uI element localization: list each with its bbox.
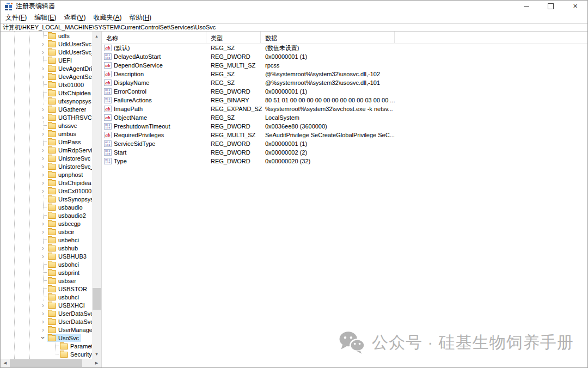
chevron-right-icon[interactable] (39, 146, 47, 154)
tree-item-usbuhci[interactable]: usbuhci (39, 293, 92, 301)
address-bar[interactable]: 计算机\HKEY_LOCAL_MACHINE\SYSTEM\CurrentCon… (1, 23, 587, 32)
tree-item-usbstor[interactable]: USBSTOR (39, 285, 92, 293)
tree-item-userdatasvc_[interactable]: UserDataSvc_ (39, 317, 92, 326)
tree-item-target[interactable]: UserDataSvc_ (47, 317, 92, 326)
table-row[interactable]: TypeREG_DWORD0x00000020 (32) (102, 157, 587, 165)
tree-horizontal-scrollbar[interactable]: ◀ ▶ (1, 359, 101, 367)
tree-item-usbaudio2[interactable]: usbaudio2 (39, 211, 92, 219)
table-row[interactable]: DescriptionREG_SZ@%systemroot%\system32\… (102, 70, 587, 78)
tree-item-target[interactable]: UnistoreSvc (47, 154, 92, 162)
chevron-right-icon[interactable] (39, 317, 47, 326)
vertical-scrollbar-thumb[interactable] (93, 288, 101, 310)
tree-item-usosvc[interactable]: UsoSvc (39, 334, 92, 342)
chevron-right-icon[interactable] (39, 326, 47, 334)
tree-item-target[interactable]: udfs (47, 32, 72, 40)
tree-item-target[interactable]: UrsChipidea (47, 179, 92, 187)
tree-item-target[interactable]: usbaudio (47, 203, 85, 211)
chevron-right-icon[interactable] (39, 113, 47, 121)
tree-item-uevagentdriv[interactable]: UevAgentDriv (39, 64, 92, 72)
chevron-right-icon[interactable] (39, 72, 47, 81)
tree-item-usbaudio[interactable]: usbaudio (39, 203, 92, 211)
tree-item-target[interactable]: UevAgentSer (47, 72, 92, 81)
menu-item-a[interactable]: 收藏夹(A) (89, 12, 125, 23)
tree-item-target[interactable]: uhssvc (47, 121, 79, 130)
tree-item-target[interactable]: UdkUserSvc (47, 40, 92, 48)
table-row[interactable]: DependOnServiceREG_MULTI_SZrpcss (102, 61, 587, 70)
table-row[interactable]: ServiceSidTypeREG_DWORD0x00000001 (1) (102, 139, 587, 148)
chevron-right-icon[interactable] (39, 105, 47, 113)
chevron-right-icon[interactable] (39, 309, 47, 317)
tree-item-unistoresvc[interactable]: UnistoreSvc (39, 154, 92, 162)
chevron-right-icon[interactable] (39, 219, 47, 228)
tree-item-target[interactable]: UEFI (47, 56, 74, 64)
tree-item-target[interactable]: UfxChipidea (47, 89, 92, 97)
chevron-right-icon[interactable] (39, 154, 47, 162)
tree-item-unistoresvc_2[interactable]: UnistoreSvc_2 (39, 162, 92, 170)
table-row[interactable]: StartREG_DWORD0x00000002 (2) (102, 148, 587, 157)
table-row[interactable]: ImagePathREG_EXPAND_SZ%systemroot%\syste… (102, 105, 587, 113)
tree-item-target[interactable]: usbehci (47, 236, 81, 244)
tree-item-usbohci[interactable]: usbohci (39, 260, 92, 268)
chevron-right-icon[interactable] (39, 187, 47, 195)
chevron-right-icon[interactable] (39, 301, 47, 309)
tree-item-target[interactable]: Security (59, 350, 92, 358)
tree-item-usbprint[interactable]: usbprint (39, 268, 92, 277)
chevron-right-icon[interactable] (39, 179, 47, 187)
table-row[interactable]: DisplayNameREG_SZ@%systemroot%\system32\… (102, 78, 587, 87)
tree-item-target[interactable]: UsoSvc (47, 334, 81, 342)
tree-item-userdatasvc[interactable]: UserDataSvc (39, 309, 92, 317)
tree-item-umrdpservic[interactable]: UmRdpServic (39, 146, 92, 154)
chevron-right-icon[interactable] (39, 244, 47, 252)
tree-item-target[interactable]: UdkUserSvc_2 (47, 48, 92, 56)
tree-item-parameters[interactable]: Parameters (51, 342, 92, 350)
tree-item-uevagentser[interactable]: UevAgentSer (39, 72, 92, 81)
menu-item-v[interactable]: 查看(V) (60, 12, 89, 23)
table-row[interactable]: PreshutdownTimeoutREG_DWORD0x0036ee80 (3… (102, 122, 587, 131)
tree-item-target[interactable]: USBXHCI (47, 301, 87, 309)
tree-item-target[interactable]: usbcir (47, 228, 76, 236)
tree-item-target[interactable]: ufxsynopsys (47, 97, 92, 105)
scroll-right-icon[interactable]: ▶ (92, 359, 101, 367)
tree-item-target[interactable]: UmRdpServic (47, 146, 92, 154)
close-button[interactable] (563, 1, 587, 12)
tree-item-usbccgp[interactable]: usbccgp (39, 219, 92, 228)
scroll-up-icon[interactable]: ▲ (92, 32, 101, 41)
tree-item-target[interactable]: USBSTOR (47, 285, 89, 293)
tree-item-uefi[interactable]: UEFI (39, 56, 92, 64)
tree-item-target[interactable]: UnistoreSvc_2 (47, 162, 92, 170)
tree-item-target[interactable]: UGTHRSVC (47, 113, 92, 121)
tree-item-ufxchipidea[interactable]: UfxChipidea (39, 89, 92, 97)
tree-item-target[interactable]: Ufx01000 (47, 81, 86, 89)
tree-item-security[interactable]: Security (51, 350, 92, 358)
tree-item-target[interactable]: UserDataSvc (47, 309, 92, 317)
tree-item-target[interactable]: usbccgp (47, 219, 83, 228)
tree-item-udkusersvc_2[interactable]: UdkUserSvc_2 (39, 48, 92, 56)
tree-item-target[interactable]: usbohci (47, 260, 81, 268)
tree-item-target[interactable]: usbprint (47, 268, 82, 277)
tree-item-urscx01000[interactable]: UrsCx01000 (39, 187, 92, 195)
table-row[interactable]: FailureActionsREG_BINARY80 51 01 00 00 0… (102, 96, 587, 105)
menu-item-h[interactable]: 帮助(H) (125, 12, 155, 23)
tree-item-target[interactable]: usbser (47, 277, 78, 285)
tree-item-usbhub[interactable]: usbhub (39, 244, 92, 252)
chevron-right-icon[interactable] (39, 162, 47, 170)
tree-item-urssynopsys[interactable]: UrsSynopsys (39, 195, 92, 203)
tree-item-umbus[interactable]: umbus (39, 130, 92, 138)
chevron-right-icon[interactable] (39, 48, 47, 56)
scroll-down-icon[interactable]: ▼ (92, 349, 101, 359)
tree-item-usbehci[interactable]: usbehci (39, 236, 92, 244)
tree-item-target[interactable]: UmPass (47, 138, 83, 146)
chevron-right-icon[interactable] (39, 130, 47, 138)
tree-item-target[interactable]: UrsSynopsys (47, 195, 92, 203)
maximize-button[interactable] (538, 1, 563, 12)
scroll-left-icon[interactable]: ◀ (1, 359, 10, 367)
tree-item-usbhub3[interactable]: USBHUB3 (39, 252, 92, 260)
tree-item-ugatherer[interactable]: UGatherer (39, 105, 92, 113)
tree-item-target[interactable]: usbhub (47, 244, 80, 252)
table-row[interactable]: ObjectNameREG_SZLocalSystem (102, 113, 587, 122)
tree-item-upnphost[interactable]: upnphost (39, 170, 92, 179)
tree-item-udkusersvc[interactable]: UdkUserSvc (39, 40, 92, 48)
tree-item-target[interactable]: umbus (47, 130, 78, 138)
tree-item-target[interactable]: usbuhci (47, 293, 81, 301)
tree-item-target[interactable]: UGatherer (47, 105, 88, 113)
